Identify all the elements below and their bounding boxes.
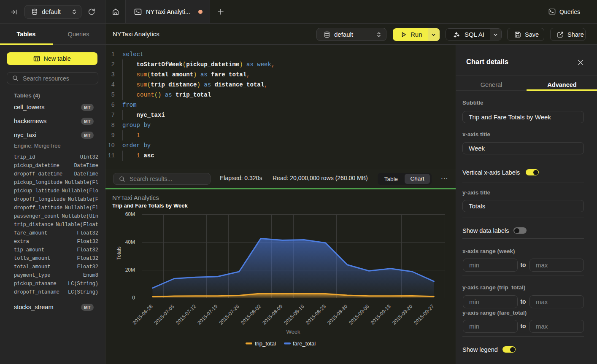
svg-text:2015-09-20: 2015-09-20 [391, 303, 414, 326]
svg-text:0: 0 [132, 295, 135, 301]
svg-text:2015-06-28: 2015-06-28 [131, 303, 154, 326]
svg-text:2015-07-26: 2015-07-26 [218, 303, 241, 326]
svg-text:2015-08-09: 2015-08-09 [261, 303, 284, 326]
svg-text:40M: 40M [125, 239, 135, 245]
svg-text:Trip and Fare Totals by Week: Trip and Fare Totals by Week [112, 202, 188, 209]
svg-text:trip_total: trip_total [255, 340, 276, 347]
svg-text:60M: 60M [125, 211, 135, 217]
svg-text:2015-08-30: 2015-08-30 [326, 303, 349, 326]
svg-text:fare_total: fare_total [293, 340, 316, 347]
svg-text:2015-07-05: 2015-07-05 [153, 303, 176, 326]
svg-text:2015-08-02: 2015-08-02 [240, 303, 262, 326]
svg-text:Totals: Totals [116, 246, 122, 259]
svg-text:Week: Week [286, 329, 300, 335]
svg-text:2015-07-12: 2015-07-12 [175, 303, 197, 326]
svg-text:NYTaxi Analytics: NYTaxi Analytics [112, 194, 159, 201]
svg-text:2015-09-06: 2015-09-06 [348, 303, 370, 326]
svg-text:2015-08-16: 2015-08-16 [283, 303, 305, 326]
svg-text:2015-09-13: 2015-09-13 [370, 303, 392, 326]
svg-text:2015-08-23: 2015-08-23 [305, 303, 327, 326]
svg-text:20M: 20M [125, 267, 135, 273]
svg-text:2015-07-19: 2015-07-19 [196, 303, 219, 326]
svg-text:2015-09-27: 2015-09-27 [413, 303, 435, 326]
